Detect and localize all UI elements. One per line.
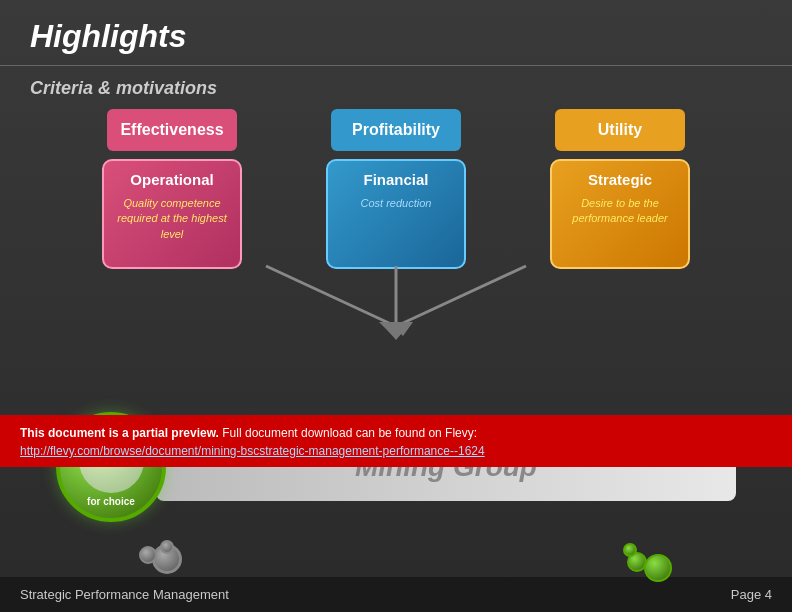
header: Highlights [0, 0, 792, 66]
category-profitability: Profitability [331, 109, 461, 151]
circle-label: for choice [87, 496, 135, 507]
main-content: Effectiveness Profitability Utility Oper… [0, 99, 792, 364]
deco-dot-2 [644, 554, 672, 582]
category-utility: Utility [555, 109, 685, 151]
page-title: Highlights [30, 18, 762, 55]
warning-link[interactable]: http://flevy.com/browse/document/mining-… [20, 444, 485, 458]
sub-boxes-row: Operational Quality competence required … [40, 159, 752, 269]
categories-row: Effectiveness Profitability Utility [40, 109, 752, 151]
category-effectiveness: Effectiveness [107, 109, 237, 151]
sub-box-operational: Operational Quality competence required … [102, 159, 242, 269]
sub-box-financial: Financial Cost reduction [326, 159, 466, 269]
footer-title: Strategic Performance Management [20, 587, 229, 602]
footer-page: Page 4 [731, 587, 772, 602]
svg-line-2 [401, 266, 526, 324]
subtitle: Criteria & motivations [0, 66, 792, 99]
arrows-area [40, 264, 752, 354]
sub-box-strategic: Strategic Desire to be the performance l… [550, 159, 690, 269]
deco-circle-left-2 [139, 546, 157, 564]
connector-arrows [196, 264, 596, 354]
warning-text: This document is a partial preview. Full… [20, 426, 485, 458]
svg-line-0 [266, 266, 391, 324]
deco-circle-left-3 [160, 540, 174, 554]
deco-dot-3 [623, 543, 637, 557]
slide: Highlights Criteria & motivations Effect… [0, 0, 792, 612]
footer: Strategic Performance Management Page 4 [0, 577, 792, 612]
warning-banner: This document is a partial preview. Full… [0, 415, 792, 467]
